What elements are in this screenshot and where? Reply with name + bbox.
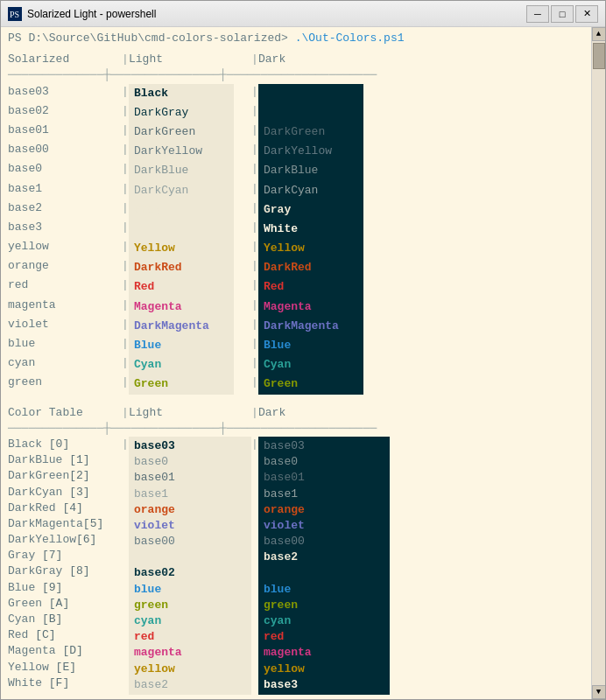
color-header-row: Solarized | Light | Dark (8, 52, 584, 67)
dark-header: Dark (258, 52, 416, 67)
solarized-header: Solarized (8, 52, 122, 67)
color-row-red: red | Red | Red (8, 277, 584, 297)
color-row-cyan: cyan | Cyan | Cyan (8, 355, 584, 374)
svg-text:PS: PS (10, 10, 19, 19)
window-title: Solarized Light - powershell (27, 8, 526, 20)
separator-row: ──────────────┼────────────────┼────────… (8, 67, 584, 83)
color-row-blue: blue | Blue | Blue (8, 336, 584, 355)
color-row-yellow: yellow | Yellow | Yellow (8, 239, 584, 258)
close-button[interactable]: ✕ (575, 5, 598, 23)
scroll-down-button[interactable]: ▼ (592, 685, 606, 699)
color-row-base3: base3 | | White (8, 220, 584, 239)
light-table-col: base03 base0 base01 base1 orange violet … (129, 437, 251, 695)
light-header: Light (129, 52, 251, 67)
dark-table-col: base03 base0 base01 base1 orange violet … (258, 437, 390, 695)
table-separator: ──────────────┼────────────────┼────────… (8, 421, 584, 437)
color-row-base00: base00 | DarkYellow | DarkYellow (8, 142, 584, 161)
color-row-violet: violet | DarkMagenta | DarkMagenta (8, 317, 584, 336)
minimize-button[interactable]: ─ (526, 5, 549, 23)
powershell-icon: PS (8, 7, 22, 21)
dark-base03 (258, 84, 363, 103)
maximize-button[interactable]: □ (551, 5, 574, 23)
color-row-base01: base01 | DarkGreen | DarkGreen (8, 122, 584, 142)
color-row-orange: orange | DarkRed | DarkRed (8, 258, 584, 277)
table-names-col: Black [0] DarkBlue [1] DarkGreen[2] Dark… (8, 437, 122, 695)
terminal-output: PS D:\Source\GitHub\cmd-colors-solarized… (1, 27, 591, 699)
color-row-base0: base0 | DarkBlue | DarkBlue (8, 161, 584, 180)
prompt-text-1: PS D:\Source\GitHub\cmd-colors-solarized… (8, 32, 288, 45)
light-base02: DarkGray (129, 103, 234, 122)
color-row-base02: base02 | DarkGray | (8, 103, 584, 122)
table-dark-header: Dark (258, 405, 416, 421)
scroll-thumb[interactable] (593, 43, 605, 69)
cmd-text-1: .\Out-Colors.ps1 (295, 32, 405, 45)
color-row-base2: base2 | Gray | Gray (8, 200, 584, 220)
color-table-header: Color Table (8, 405, 122, 421)
color-table-section: Black [0] DarkBlue [1] DarkGreen[2] Dark… (8, 437, 584, 695)
color-row-green: green | Green | Green (8, 374, 584, 394)
light-base03: Black (129, 84, 234, 103)
table-light-header: Light (129, 405, 251, 421)
color-row-base03: base03 | Black | (8, 84, 584, 103)
window: PS Solarized Light - powershell ─ □ ✕ PS… (0, 0, 606, 700)
scrollbar[interactable]: ▲ ▼ (591, 27, 605, 699)
table-header-row: Color Table | Light | Dark (8, 405, 584, 421)
scroll-up-button[interactable]: ▲ (592, 27, 606, 41)
prompt-line-1: PS D:\Source\GitHub\cmd-colors-solarized… (8, 31, 584, 46)
title-bar: PS Solarized Light - powershell ─ □ ✕ (1, 1, 605, 27)
window-controls: ─ □ ✕ (526, 5, 598, 23)
color-row-base1: base1 | DarkCyan | DarkCyan (8, 181, 584, 200)
color-row-magenta: magenta | Magenta | Magenta (8, 298, 584, 317)
